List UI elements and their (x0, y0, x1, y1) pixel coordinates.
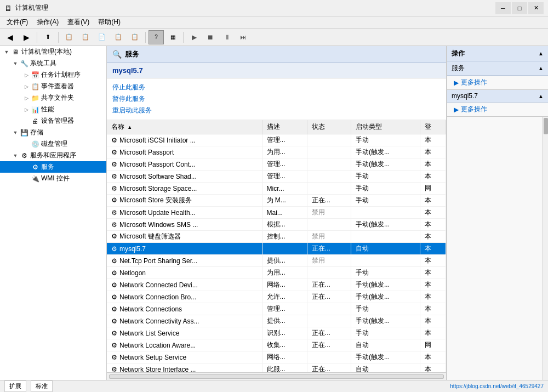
table-row[interactable]: ⚙Microsoft Storage Space...Micr...手动网 (107, 183, 446, 195)
service-row-start-type: 手动(触发... (351, 158, 420, 171)
restart-service-link[interactable]: 重启动此服务 (112, 106, 441, 115)
toolbar-btn9[interactable]: ▦ (165, 30, 180, 44)
service-row-desc: 网络... (262, 351, 307, 363)
tree-disk-label: 磁盘管理 (41, 139, 67, 149)
more-actions-mysql[interactable]: ▶ 更多操作 (447, 103, 548, 116)
minimize-button[interactable]: ─ (495, 2, 511, 14)
toolbar-play[interactable]: ▶ (186, 30, 202, 44)
tree-performance[interactable]: ▷ 📊 性能 (0, 104, 106, 115)
sort-arrow: ▲ (127, 124, 132, 130)
col-header-login[interactable]: 登 (420, 120, 446, 134)
stop-service-link[interactable]: 停止此服务 (112, 83, 441, 92)
tree-event-viewer[interactable]: ▷ 📋 事件查看器 (0, 81, 106, 92)
table-row[interactable]: ⚙Network Connectivity Ass...提供...手动(触发..… (107, 315, 446, 327)
table-row[interactable]: ⚙Network Setup Service网络...手动(触发...本 (107, 351, 446, 363)
window-controls: ─ □ ✕ (495, 2, 544, 14)
tree-shared-folders[interactable]: ▷ 📁 共享文件夹 (0, 92, 106, 104)
table-row[interactable]: ⚙Net.Tcp Port Sharing Ser...提供...禁用本 (107, 255, 446, 267)
table-row[interactable]: ⚙Network Store Interface ...此服...正在...自动… (107, 363, 446, 373)
table-row[interactable]: ⚙Network Connected Devi...网络...正在...手动(触… (107, 279, 446, 291)
right-section-services-header[interactable]: 服务 ▲ (447, 61, 548, 76)
table-row[interactable]: ⚙Netlogon为用...手动本 (107, 267, 446, 279)
service-row-login: 本 (420, 195, 446, 207)
tree-disk-management[interactable]: 💿 磁盘管理 (0, 138, 106, 150)
toolbar-up[interactable]: ⬆ (40, 30, 55, 44)
tab-expand[interactable]: 扩展 (4, 380, 26, 392)
tree-services-apps[interactable]: ▼ ⚙ 服务和应用程序 (0, 150, 106, 161)
close-button[interactable]: ✕ (528, 2, 544, 14)
middle-header-title: 服务 (125, 49, 139, 59)
menu-help[interactable]: 帮助(H) (94, 16, 125, 28)
table-row[interactable]: ⚙Network List Service识别...正在...手动本 (107, 327, 446, 339)
table-row[interactable]: ⚙Microsoft Store 安装服务为 M...正在...手动本 (107, 195, 446, 207)
service-row-name: Netlogon (119, 269, 146, 277)
toolbar-btn3[interactable]: 📋 (61, 30, 77, 44)
col-header-name[interactable]: 名称 ▲ (107, 120, 262, 134)
table-row[interactable]: ⚙Microsoft Windows SMS ...根据...手动(触发...本 (107, 219, 446, 231)
more-actions-services[interactable]: ▶ 更多操作 (447, 76, 548, 89)
service-row-desc: 提供... (262, 315, 307, 327)
service-row-status (307, 315, 351, 327)
service-table: 名称 ▲ 描述 状态 启动类型 登 ⚙Microsoft iSCSI Initi… (107, 120, 446, 372)
toolbar-btn7[interactable]: 📋 (127, 30, 142, 44)
tree-shared-label: 共享文件夹 (41, 93, 74, 103)
service-row-start-type: 手动 (351, 171, 420, 183)
table-row[interactable]: ⚙mysql5.7正在...自动本 (107, 243, 446, 255)
table-row[interactable]: ⚙Network Connection Bro...允许...正在...手动(触… (107, 291, 446, 303)
search-icon: 🔍 (112, 50, 122, 59)
menu-action[interactable]: 操作(A) (32, 16, 63, 28)
right-panel-header: 操作 ▲ (447, 46, 548, 61)
toolbar-btn5[interactable]: 📄 (94, 30, 110, 44)
horizontal-scrollbar-area[interactable] (107, 372, 446, 380)
table-row[interactable]: ⚙Microsoft Software Shad...管理...手动本 (107, 171, 446, 183)
table-row[interactable]: ⚙Microsoft iSCSI Initiator ...管理...手动本 (107, 134, 446, 146)
tree-system-tools[interactable]: ▼ 🔧 系统工具 (0, 58, 106, 69)
toolbar-restart[interactable]: ⏭ (236, 30, 251, 44)
tree-root[interactable]: ▼ 🖥 计算机管理(本地) (0, 46, 106, 58)
col-header-desc[interactable]: 描述 (262, 120, 307, 134)
table-row[interactable]: ⚙Microsoft Passport为用...手动(触发...本 (107, 146, 446, 158)
tab-standard[interactable]: 标准 (31, 380, 53, 392)
service-table-container[interactable]: 名称 ▲ 描述 状态 启动类型 登 ⚙Microsoft iSCSI Initi… (107, 120, 446, 372)
col-header-start[interactable]: 启动类型 (351, 120, 420, 134)
service-row-start-type: 自动 (351, 339, 420, 351)
right-scrollbar[interactable] (543, 117, 548, 380)
service-row-start-type: 手动 (351, 303, 420, 315)
right-panel-collapse[interactable]: ▲ (538, 50, 544, 56)
tree-wmi[interactable]: 🔌 WMI 控件 (0, 173, 106, 184)
service-row-desc: 为 M... (262, 195, 307, 207)
toolbar-btn8[interactable]: ? (149, 30, 164, 44)
table-row[interactable]: ⚙Network Connections管理...手动本 (107, 303, 446, 315)
table-row[interactable]: ⚙Network Location Aware...收集...正在...自动网 (107, 339, 446, 351)
pause-service-link[interactable]: 暂停此服务 (112, 94, 441, 104)
service-row-start-type: 手动(触发... (351, 315, 420, 327)
toolbar-forward[interactable]: ▶ (19, 30, 34, 44)
toolbar-btn4[interactable]: 📋 (78, 30, 93, 44)
service-row-name: Microsoft iSCSI Initiator ... (119, 137, 196, 144)
tree-storage[interactable]: ▼ 💾 存储 (0, 127, 106, 138)
right-section-mysql-header[interactable]: mysql5.7 ▲ (447, 90, 548, 103)
tree-device-manager[interactable]: 🖨 设备管理器 (0, 115, 106, 127)
system-tools-icon: 🔧 (20, 59, 28, 68)
toolbar-back[interactable]: ◀ (2, 30, 18, 44)
service-row-desc: 收集... (262, 339, 307, 351)
shared-icon: 📁 (31, 94, 39, 103)
menu-view[interactable]: 查看(V) (63, 16, 94, 28)
table-row[interactable]: ⚙Microsoft Passport Cont...管理...手动(触发...… (107, 158, 446, 171)
horizontal-scrollbar[interactable] (109, 374, 444, 379)
service-row-name: Microsoft 键盘筛选器 (119, 232, 181, 240)
table-row[interactable]: ⚙Microsoft Update Health...Mai...禁用本 (107, 207, 446, 219)
toolbar-btn6[interactable]: 📋 (111, 30, 126, 44)
tree-services[interactable]: ⚙ 服务 (0, 161, 106, 173)
right-panel-body (447, 117, 548, 380)
maximize-button[interactable]: □ (512, 2, 527, 14)
right-scrollbar-thumb[interactable] (544, 118, 548, 134)
table-row[interactable]: ⚙Microsoft 键盘筛选器控制...禁用本 (107, 231, 446, 243)
menu-file[interactable]: 文件(F) (2, 16, 32, 28)
toolbar-pause[interactable]: ⏸ (219, 30, 235, 44)
col-header-status[interactable]: 状态 (307, 120, 351, 134)
service-row-status: 正在... (307, 363, 351, 373)
service-row-desc: 根据... (262, 219, 307, 231)
toolbar-stop[interactable]: ⏹ (203, 30, 218, 44)
tree-task-scheduler[interactable]: ▷ 📅 任务计划程序 (0, 69, 106, 81)
